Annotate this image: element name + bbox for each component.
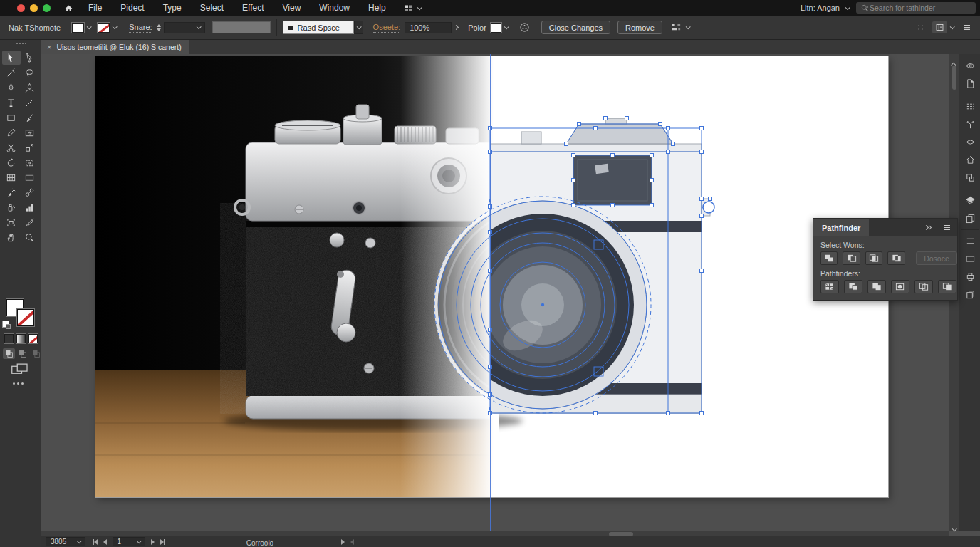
guide-line[interactable] — [490, 54, 491, 531]
isolate-selection-control[interactable] — [671, 22, 689, 33]
tool-column-graph[interactable] — [21, 200, 39, 214]
default-fill-stroke-icon[interactable] — [2, 321, 9, 328]
status-back-icon[interactable] — [350, 539, 354, 545]
swap-fill-stroke-icon[interactable] — [30, 298, 33, 301]
opacity-label[interactable]: Oseete: — [373, 23, 401, 33]
stroke-weight-label[interactable]: Snare: — [129, 23, 152, 33]
panel-menu-icon[interactable] — [962, 23, 971, 32]
first-artboard-button[interactable] — [93, 539, 98, 545]
export-panel-icon[interactable] — [959, 268, 980, 286]
tool-scale[interactable] — [21, 140, 39, 155]
color-button[interactable] — [4, 334, 14, 343]
tool-hand[interactable] — [2, 230, 21, 244]
artboard[interactable] — [95, 56, 888, 497]
tool-rectangle[interactable] — [2, 110, 21, 125]
tool-magic-wand[interactable] — [2, 66, 21, 80]
shape-mode-exclude-button[interactable] — [887, 251, 905, 265]
artboard-name-field[interactable]: Corroolo — [196, 536, 324, 547]
tool-scissors[interactable] — [2, 140, 21, 155]
remove-button[interactable]: Romove — [617, 21, 662, 34]
tool-type[interactable] — [2, 95, 21, 110]
shape-mode-intersect-button[interactable] — [865, 251, 882, 265]
status-expand-icon[interactable] — [341, 539, 345, 545]
tool-pen[interactable] — [2, 80, 21, 95]
menu-window[interactable]: Window — [310, 0, 359, 16]
zoom-level-dropdown[interactable]: 3805 — [46, 537, 85, 546]
menu-select[interactable]: Select — [191, 0, 233, 16]
color-guide-panel-icon[interactable] — [959, 57, 980, 75]
stroke-color-box[interactable] — [17, 309, 34, 326]
pathfinder-crop-button[interactable] — [891, 280, 909, 293]
profile-dropdown[interactable]: Litn: Angan — [801, 4, 856, 12]
panel-flyout-menu-icon[interactable] — [942, 223, 952, 232]
opacity-field[interactable]: 100% — [405, 22, 452, 33]
tool-gradient[interactable] — [21, 170, 39, 184]
tool-mesh[interactable] — [2, 170, 21, 184]
close-changes-button[interactable]: Close Changes — [541, 21, 610, 34]
home-panel-icon[interactable] — [959, 151, 980, 169]
tool-rotate[interactable] — [2, 155, 21, 170]
tool-lasso[interactable] — [21, 66, 39, 80]
fill-color-control[interactable] — [72, 22, 93, 33]
pathfinder-merge-button[interactable] — [867, 280, 886, 293]
graphic-style-dropdown[interactable]: Rasd Spsce — [283, 21, 363, 34]
artboard-navigation-dropdown[interactable]: 1 — [113, 537, 145, 546]
vertical-scroll-thumb[interactable] — [952, 66, 956, 90]
tool-slice[interactable] — [21, 215, 39, 229]
layers-panel-icon[interactable] — [959, 192, 980, 209]
menu-effect[interactable]: Effect — [233, 0, 273, 16]
none-button[interactable] — [28, 334, 38, 343]
tool-artboard[interactable] — [2, 215, 21, 229]
stroke-weight-stepper[interactable] — [157, 24, 161, 31]
shape-mode-unite-button[interactable] — [820, 251, 838, 265]
screen-mode-button[interactable] — [10, 362, 30, 379]
stroke-color-control[interactable] — [98, 22, 119, 33]
tool-blend[interactable] — [21, 185, 39, 199]
gradient-button[interactable] — [16, 334, 26, 343]
properties-panel-icon[interactable] — [959, 75, 980, 93]
search-box[interactable] — [856, 2, 976, 14]
previous-artboard-button[interactable] — [103, 539, 107, 545]
transform-panel-icon[interactable] — [959, 169, 980, 187]
draw-inside-mode[interactable] — [30, 348, 42, 359]
brushes-panel-icon[interactable] — [959, 115, 980, 133]
stroke-panel-icon[interactable] — [959, 98, 980, 115]
pathfinder-minus-back-button[interactable] — [938, 280, 956, 293]
artboards-panel-icon[interactable] — [959, 209, 980, 227]
draw-normal-mode[interactable] — [3, 348, 15, 359]
home-icon[interactable] — [64, 4, 73, 13]
app-switcher[interactable] — [404, 4, 421, 13]
tool-paintbrush[interactable] — [21, 110, 39, 125]
gradient-panel-icon[interactable] — [959, 250, 980, 268]
scroll-down-icon[interactable] — [952, 521, 956, 534]
tools-panel-grip[interactable] — [16, 42, 26, 45]
window-close-button[interactable] — [17, 4, 25, 12]
tool-rotate-view[interactable] — [21, 125, 39, 140]
edit-toolbar-more-icon[interactable] — [13, 382, 24, 385]
menu-view[interactable]: View — [273, 0, 311, 16]
stroke-weight-field[interactable] — [164, 22, 205, 33]
tool-zoom[interactable] — [21, 230, 39, 244]
tool-selection[interactable] — [2, 51, 21, 65]
draw-behind-mode[interactable] — [16, 348, 28, 359]
tool-symbol-sprayer[interactable] — [2, 200, 21, 214]
search-input[interactable] — [870, 4, 969, 12]
window-minimize-button[interactable] — [30, 4, 38, 12]
width-panel-icon[interactable] — [959, 133, 980, 151]
libraries-panel-icon[interactable] — [959, 286, 980, 303]
menu-help[interactable]: Help — [359, 0, 395, 16]
recolor-color-control[interactable] — [491, 22, 511, 33]
tool-curvature[interactable] — [21, 80, 39, 95]
paragraph-panel-icon[interactable] — [959, 232, 980, 250]
horizontal-scrollbar[interactable] — [41, 531, 949, 536]
fill-swatch[interactable] — [72, 23, 84, 33]
opacity-expand-arrow[interactable] — [452, 22, 461, 33]
tab-close-icon[interactable]: × — [47, 43, 51, 51]
recolor-artwork-icon[interactable] — [519, 22, 530, 33]
touch-workspace-icon[interactable] — [916, 23, 925, 32]
last-artboard-button[interactable] — [160, 539, 165, 545]
tool-direct-selection[interactable] — [21, 51, 39, 65]
tool-eyedropper[interactable] — [2, 185, 21, 199]
color-swatch[interactable] — [491, 23, 501, 33]
tool-pencil[interactable] — [2, 125, 21, 140]
